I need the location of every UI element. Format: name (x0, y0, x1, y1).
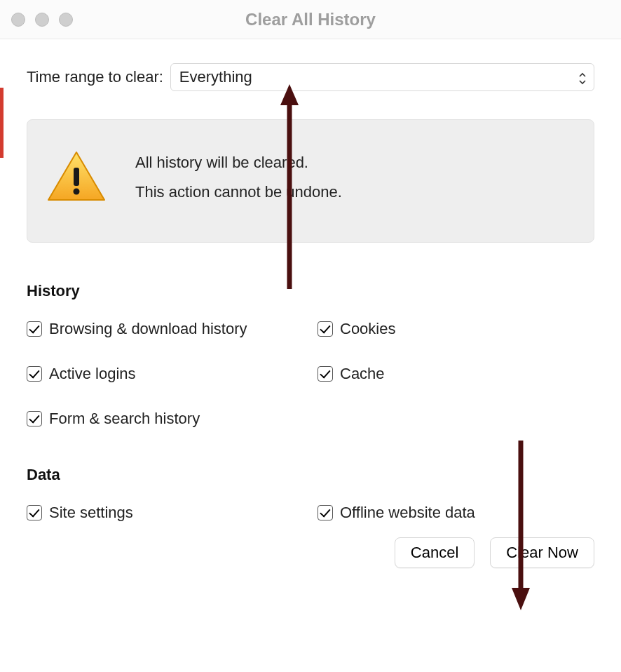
svg-point-1 (74, 188, 80, 194)
checkbox[interactable] (318, 366, 333, 382)
check-form-search-history[interactable]: Form & search history (27, 410, 303, 428)
checkbox[interactable] (318, 321, 333, 337)
data-section-title: Data (27, 466, 594, 484)
time-range-row: Time range to clear: Everything (27, 63, 594, 91)
titlebar: Clear All History (0, 0, 621, 39)
history-section: History Browsing & download history Cook… (27, 282, 594, 428)
button-row: Cancel Clear Now (27, 537, 594, 568)
checkbox[interactable] (27, 505, 42, 520)
dialog-window: Clear All History Time range to clear: E… (0, 0, 621, 672)
check-active-logins[interactable]: Active logins (27, 365, 303, 383)
check-browsing-download-history[interactable]: Browsing & download history (27, 320, 303, 338)
check-site-settings[interactable]: Site settings (27, 504, 303, 522)
check-label: Cache (340, 365, 385, 383)
svg-rect-0 (74, 168, 79, 186)
check-cookies[interactable]: Cookies (318, 320, 594, 338)
time-range-select[interactable]: Everything (170, 63, 594, 91)
warning-line-1: All history will be cleared. (135, 148, 342, 177)
check-label: Cookies (340, 320, 395, 338)
checkbox[interactable] (27, 366, 42, 382)
time-range-label: Time range to clear: (27, 68, 163, 86)
warning-box: All history will be cleared. This action… (27, 119, 594, 243)
dialog-content: Time range to clear: Everything (0, 39, 621, 672)
checkbox[interactable] (27, 321, 42, 337)
checkbox[interactable] (27, 411, 42, 426)
warning-icon (44, 149, 109, 206)
updown-arrows-icon (578, 71, 587, 83)
svg-marker-5 (512, 588, 530, 610)
check-label: Browsing & download history (49, 320, 247, 338)
data-checks: Site settings Offline website data (27, 504, 594, 522)
checkbox[interactable] (318, 505, 333, 520)
cancel-button[interactable]: Cancel (395, 537, 475, 568)
check-label: Offline website data (340, 504, 475, 522)
history-checks: Browsing & download history Cookies Acti… (27, 320, 594, 428)
time-range-value: Everything (179, 68, 252, 86)
warning-text: All history will be cleared. This action… (135, 148, 342, 207)
data-section: Data Site settings Offline website data (27, 466, 594, 522)
check-label: Active logins (49, 365, 136, 383)
window-title: Clear All History (0, 10, 621, 29)
history-section-title: History (27, 282, 594, 300)
warning-line-2: This action cannot be undone. (135, 177, 342, 207)
clear-now-button[interactable]: Clear Now (490, 537, 594, 568)
check-cache[interactable]: Cache (318, 365, 594, 383)
check-label: Site settings (49, 504, 133, 522)
check-label: Form & search history (49, 410, 200, 428)
check-offline-website-data[interactable]: Offline website data (318, 504, 594, 522)
